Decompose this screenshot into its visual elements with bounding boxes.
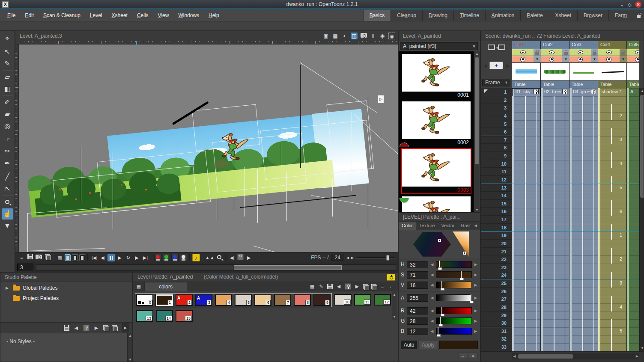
move-palette-icon[interactable] bbox=[363, 284, 368, 289]
menu-file[interactable]: File bbox=[3, 10, 20, 21]
column-menu-toggle[interactable]: ▼ bbox=[534, 56, 541, 62]
key-icon[interactable] bbox=[345, 283, 351, 290]
column-name[interactable]: Col1 bbox=[512, 41, 540, 49]
camera-icon[interactable] bbox=[360, 33, 367, 39]
camstand-visible-toggle[interactable] bbox=[569, 56, 591, 62]
xsheet-row-number[interactable]: 14 bbox=[481, 192, 512, 200]
slider-value-field[interactable]: 32 bbox=[407, 261, 428, 268]
scrollbar-thumb[interactable] bbox=[640, 95, 644, 198]
snapshot-icon[interactable] bbox=[35, 254, 42, 261]
xsheet-row-number[interactable]: 25 bbox=[481, 279, 512, 288]
slider-handle[interactable] bbox=[440, 317, 441, 325]
name-display-icon[interactable]: ▦ bbox=[309, 284, 315, 289]
tool-fill[interactable]: ◧ bbox=[2, 83, 13, 95]
camera-view-icon[interactable]: ▣ bbox=[322, 33, 329, 39]
current-frame-field[interactable]: 3 bbox=[17, 264, 33, 271]
xsheet-column-cells-col2[interactable]: 02_trees bbox=[541, 88, 569, 351]
level-selector-dropdown[interactable]: A_painted [#3] ▾ bbox=[400, 42, 478, 50]
edit-palette-icon[interactable]: ✎ bbox=[318, 284, 324, 289]
slider-value-field[interactable]: 12 bbox=[407, 328, 428, 335]
tool-style-picker[interactable]: ✑ bbox=[2, 146, 13, 157]
xsheet-row-number[interactable]: 4 bbox=[481, 112, 512, 120]
palette-gizmo-icon[interactable] bbox=[371, 284, 376, 289]
matte-channel-icon[interactable] bbox=[180, 254, 187, 261]
slider-value-field[interactable]: 16 bbox=[407, 282, 428, 289]
options-menu-icon[interactable]: ≡ bbox=[18, 254, 25, 261]
scroll-down-icon[interactable]: ▼ bbox=[392, 315, 397, 320]
xsheet-column-header-col3[interactable]: Col3▼Table bbox=[569, 41, 598, 88]
slider-decrease-icon[interactable]: ◀ bbox=[430, 262, 434, 267]
fps-decrease-icon[interactable]: ◂ bbox=[346, 255, 349, 261]
blue-channel-icon[interactable] bbox=[171, 254, 179, 261]
slider-decrease-icon[interactable]: ◀ bbox=[430, 329, 434, 333]
room-tab-cleanup[interactable]: Cleanup bbox=[391, 10, 422, 21]
palette-swatch-13[interactable]: 13 bbox=[136, 310, 153, 322]
tool-zoom[interactable] bbox=[2, 196, 13, 208]
xsheet-row-number[interactable]: 16 bbox=[481, 208, 512, 216]
scroll-left-icon[interactable]: ◀ bbox=[513, 353, 516, 359]
play-icon[interactable]: ▶ bbox=[116, 254, 123, 261]
slider-decrease-icon[interactable]: ◀ bbox=[430, 319, 434, 323]
style-tab-texture[interactable]: Texture bbox=[416, 222, 438, 230]
rooms-lock-icon[interactable] bbox=[633, 10, 644, 21]
xsheet-row-number[interactable]: 18 bbox=[481, 224, 512, 232]
level-strip-frame[interactable]: 0004 bbox=[402, 196, 471, 213]
xsheet-column-header-col2[interactable]: Col2▼Table bbox=[541, 41, 569, 88]
camstand-visible-toggle[interactable] bbox=[598, 56, 620, 62]
xsheet-row-number[interactable]: 24 bbox=[481, 271, 512, 279]
slider-increase-icon[interactable]: ▶ bbox=[474, 329, 478, 333]
field-grid-icon[interactable]: ▦ bbox=[332, 33, 339, 39]
column-menu-toggle[interactable]: ▼ bbox=[562, 56, 569, 62]
play-range-marker-icon[interactable]: ▷ bbox=[378, 95, 384, 103]
tab-scroll-icons[interactable]: ◀ ▶ bbox=[474, 222, 480, 230]
palette-swatch-11[interactable]: 11 bbox=[354, 294, 371, 306]
tool-control-point-editor[interactable]: ⇱ bbox=[2, 183, 13, 194]
scroll-up-icon[interactable]: ▲ bbox=[474, 51, 480, 56]
room-tab-browser[interactable]: Browser bbox=[577, 10, 608, 21]
xsheet-column-header-col1[interactable]: Col1▼Table bbox=[512, 41, 541, 88]
camstand-visible-toggle[interactable] bbox=[512, 56, 534, 62]
save-palette-icon[interactable] bbox=[327, 284, 333, 289]
palette-swatch-0[interactable]: 0 bbox=[136, 294, 153, 306]
slider-increase-icon[interactable]: ▶ bbox=[474, 296, 478, 300]
palette-tree-item-project-palettes[interactable]: Project Palettes bbox=[0, 293, 132, 303]
level-strip-frame[interactable]: 0002 bbox=[402, 101, 471, 146]
title-bar[interactable]: X dwanko_run : OpenToonz 1.2.1 ⌄ ◇ ✕ bbox=[0, 0, 644, 9]
save-palette-icon[interactable] bbox=[64, 325, 69, 331]
locator-icon[interactable] bbox=[216, 254, 223, 261]
fps-increase-icon[interactable]: ▸ bbox=[351, 255, 354, 261]
room-tab-timeline[interactable]: Timeline bbox=[453, 10, 485, 21]
scroll-up-icon[interactable]: ▲ bbox=[128, 333, 133, 338]
menu-help[interactable]: Help bbox=[204, 10, 224, 21]
style-tab-color[interactable]: Color bbox=[399, 222, 416, 230]
xsheet-row-number[interactable]: 2 bbox=[481, 96, 512, 104]
table-label[interactable]: Table bbox=[598, 80, 626, 88]
tool-rgb-picker[interactable]: ✒ bbox=[2, 158, 13, 169]
menu-windows[interactable]: Windows bbox=[173, 10, 204, 21]
xsheet-row-number[interactable]: 15 bbox=[481, 200, 512, 208]
previous-key-icon[interactable]: ◀ bbox=[336, 284, 342, 289]
green-channel-icon[interactable] bbox=[163, 254, 170, 261]
menu-view[interactable]: View bbox=[153, 10, 174, 21]
add-frames-button[interactable]: + bbox=[489, 62, 503, 69]
previous-key-icon[interactable]: ◀ bbox=[73, 325, 80, 331]
scroll-up-icon[interactable]: ▲ bbox=[392, 292, 397, 297]
preview-visible-toggle[interactable] bbox=[541, 49, 562, 56]
fps-slider-handle[interactable] bbox=[386, 255, 389, 261]
palette-swatch-4[interactable]: 4 bbox=[215, 294, 232, 306]
slider-decrease-icon[interactable]: ◀ bbox=[430, 309, 434, 313]
preview-visible-toggle[interactable] bbox=[512, 49, 534, 56]
palette-swatch-5[interactable]: 5 bbox=[235, 294, 252, 306]
red-channel-icon[interactable] bbox=[154, 254, 161, 261]
xsheet-row-number[interactable]: 6 bbox=[481, 128, 512, 136]
sub-camera-preview-icon[interactable]: ◉ bbox=[388, 33, 395, 39]
column-menu-toggle[interactable]: ▼ bbox=[620, 56, 627, 62]
table-label[interactable]: Table bbox=[541, 80, 569, 88]
xsheet-column-cells-col3[interactable]: 03_gro~ bbox=[569, 88, 598, 351]
xsheet-row-number[interactable]: 31 bbox=[481, 327, 512, 335]
3d-view-icon[interactable]: ◫ bbox=[351, 33, 358, 39]
palette-swatch-1[interactable]: 1 bbox=[156, 294, 173, 306]
lock-icon[interactable]: ⌐ bbox=[388, 284, 394, 289]
onion-skin-corner-icon[interactable] bbox=[484, 89, 488, 93]
slider-track[interactable] bbox=[436, 294, 472, 301]
